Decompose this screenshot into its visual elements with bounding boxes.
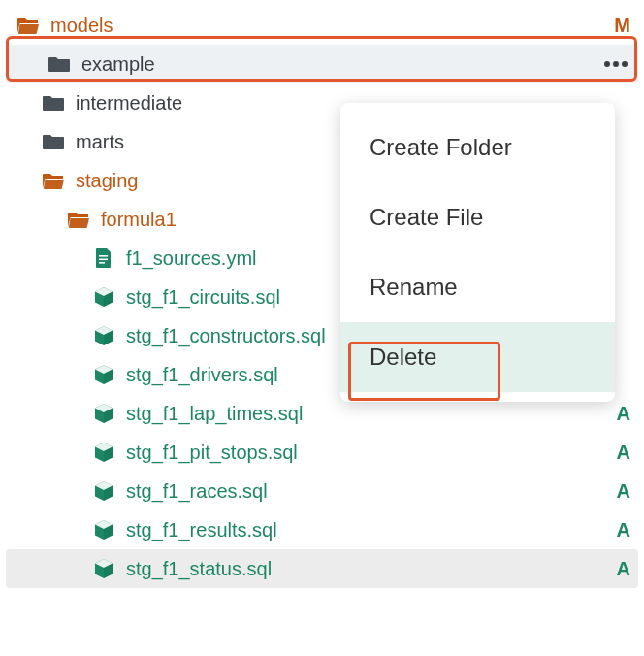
folder-label: models: [50, 15, 606, 37]
file-sql[interactable]: stg_f1_pit_stops.sql A: [0, 433, 644, 472]
folder-example[interactable]: example: [6, 45, 638, 83]
file-doc-icon: [91, 247, 116, 269]
file-label: stg_f1_lap_times.sql: [126, 403, 609, 425]
file-label: stg_f1_races.sql: [126, 480, 609, 503]
status-badge: A: [617, 558, 630, 580]
context-menu: Create Folder Create File Rename Delete: [340, 103, 615, 402]
cube-icon: [91, 364, 116, 385]
folder-icon: [41, 132, 66, 151]
cube-icon: [91, 442, 116, 463]
file-label: stg_f1_status.sql: [126, 558, 609, 580]
cube-icon: [91, 519, 116, 541]
folder-open-icon: [66, 210, 91, 229]
file-sql[interactable]: stg_f1_status.sql A: [6, 549, 638, 588]
cube-icon: [91, 403, 116, 424]
svg-rect-2: [99, 262, 105, 264]
status-badge: A: [617, 442, 630, 464]
folder-label: example: [81, 53, 601, 76]
file-sql[interactable]: stg_f1_races.sql A: [0, 472, 644, 510]
status-badge: M: [614, 15, 630, 37]
folder-icon: [41, 93, 66, 113]
svg-rect-0: [99, 255, 108, 257]
menu-delete[interactable]: Delete: [340, 322, 615, 392]
svg-rect-1: [99, 259, 108, 261]
cube-icon: [91, 480, 116, 502]
cube-icon: [91, 325, 116, 346]
folder-open-icon: [41, 171, 66, 190]
folder-icon: [47, 54, 72, 74]
more-options-icon[interactable]: [601, 49, 630, 79]
file-sql[interactable]: stg_f1_results.sql A: [0, 510, 644, 549]
file-label: stg_f1_pit_stops.sql: [126, 442, 609, 464]
cube-icon: [91, 558, 116, 579]
folder-models[interactable]: models M: [0, 6, 644, 45]
status-badge: A: [617, 403, 630, 425]
folder-open-icon: [16, 16, 41, 35]
menu-rename[interactable]: Rename: [340, 252, 615, 322]
menu-create-file[interactable]: Create File: [340, 182, 615, 252]
cube-icon: [91, 286, 116, 308]
status-badge: A: [617, 480, 630, 503]
menu-create-folder[interactable]: Create Folder: [340, 113, 615, 182]
status-badge: A: [617, 519, 630, 541]
file-label: stg_f1_results.sql: [126, 519, 609, 541]
